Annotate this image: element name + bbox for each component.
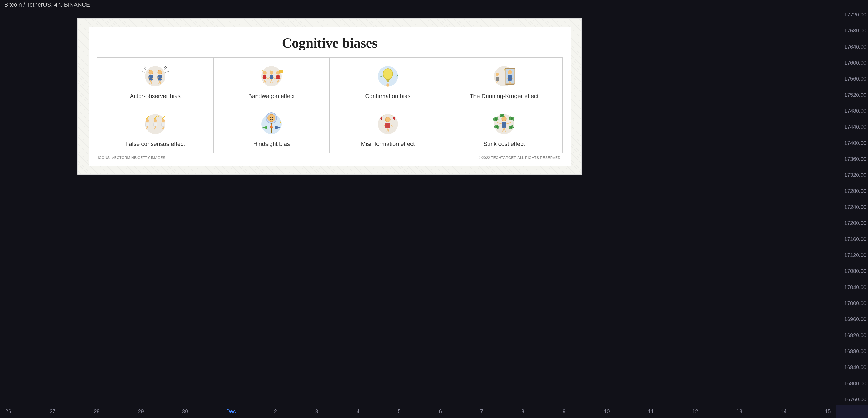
time-labels-row: 2627282930Dec23456789101112131415: [5, 409, 831, 415]
time-label: 4: [356, 409, 360, 415]
price-label: 17480.00: [838, 108, 866, 114]
infographic-title: Cognitive biases: [97, 35, 562, 51]
price-label: 17320.00: [838, 172, 866, 178]
price-label: 17080.00: [838, 268, 866, 274]
price-label: 17280.00: [838, 188, 866, 194]
price-label: 17040.00: [838, 284, 866, 290]
svg-rect-64: [496, 76, 499, 81]
price-label: 17600.00: [838, 60, 866, 66]
time-label: 14: [780, 409, 786, 415]
bias-cell-dunning-kruger: The Dunning-Kruger effect: [446, 57, 562, 105]
svg-rect-21: [263, 75, 267, 79]
bias-icon-bandwagon: [254, 63, 289, 90]
svg-point-125: [510, 127, 512, 128]
price-label: 16880.00: [838, 348, 866, 354]
svg-rect-51: [386, 87, 390, 87]
time-axis: 2627282930Dec23456789101112131415: [0, 405, 836, 418]
svg-point-119: [495, 118, 497, 120]
header-bar: Bitcoin / TetherUS, 4h, BINANCE: [0, 0, 868, 9]
price-label: 16920.00: [838, 332, 866, 339]
svg-line-17: [165, 72, 168, 72]
svg-point-20: [263, 71, 267, 75]
price-label: 17560.00: [838, 76, 866, 82]
bias-label-sunk-cost: Sunk cost effect: [483, 140, 525, 148]
svg-line-15: [144, 66, 147, 68]
time-label: 10: [604, 409, 610, 415]
svg-rect-33: [277, 75, 280, 79]
time-label: 9: [562, 409, 565, 415]
svg-rect-71: [146, 123, 149, 127]
svg-text:✓: ✓: [161, 115, 165, 121]
time-label: 11: [648, 409, 654, 415]
price-label: 17200.00: [838, 220, 866, 226]
infographic-footer: ICONS: VECTORMINE/GETTY IMAGES ©2022 TEC…: [97, 156, 562, 160]
infographic-layout: Cognitive biases: [97, 35, 562, 158]
price-label: 17120.00: [838, 252, 866, 258]
bias-label-misinformation: Misinformation effect: [361, 140, 415, 148]
time-label: 7: [480, 409, 483, 415]
time-label: 3: [315, 409, 318, 415]
time-label: 12: [692, 409, 698, 415]
svg-text:✓: ✓: [153, 115, 157, 121]
svg-point-7: [158, 70, 162, 74]
price-label: 17640.00: [838, 44, 866, 50]
svg-point-63: [496, 73, 499, 76]
svg-rect-110: [394, 117, 395, 119]
bias-icon-sunk-cost: [487, 111, 521, 137]
svg-rect-46: [386, 81, 389, 82]
svg-line-18: [164, 66, 166, 68]
price-label: 17160.00: [838, 236, 866, 243]
time-label: 5: [398, 409, 401, 415]
price-label: 17360.00: [838, 156, 866, 162]
price-label: 16840.00: [838, 364, 866, 371]
svg-text:✓: ✓: [146, 115, 149, 121]
time-label: 2: [274, 409, 277, 415]
svg-rect-35: [279, 70, 283, 72]
bias-cell-confirmation: ✓ ✓ Confirmation bias: [330, 57, 446, 105]
bias-cell-hindsight: Hindsight bias: [214, 105, 330, 153]
svg-point-90: [270, 117, 271, 118]
svg-rect-100: [385, 123, 390, 128]
svg-point-99: [385, 117, 390, 122]
chart-title: Bitcoin / TetherUS, 4h, BINANCE: [4, 1, 90, 8]
price-label: 16760.00: [838, 396, 866, 403]
bias-icon-confirmation: ✓ ✓: [371, 63, 405, 90]
time-label: 30: [182, 409, 188, 415]
svg-point-121: [511, 118, 513, 120]
svg-rect-45: [386, 80, 390, 81]
price-label: 16960.00: [838, 316, 866, 322]
svg-text:✓: ✓: [380, 74, 383, 78]
svg-rect-44: [386, 79, 390, 80]
bias-icon-dunning-kruger: [487, 63, 521, 90]
infographic-inner: Cognitive biases: [89, 27, 571, 166]
time-label: Dec: [226, 409, 236, 415]
bias-label-hindsight: Hindsight bias: [253, 140, 290, 148]
bias-cell-actor-observer: Actor-observer bias: [97, 57, 214, 105]
time-label: 8: [521, 409, 524, 415]
svg-point-1: [149, 70, 153, 74]
price-label: 17720.00: [838, 12, 866, 18]
svg-point-50: [386, 84, 390, 87]
svg-rect-113: [502, 122, 506, 128]
bias-label-bandwagon: Bandwagon effect: [248, 93, 295, 100]
svg-point-89: [268, 114, 275, 122]
svg-point-112: [502, 117, 506, 121]
price-label: 17440.00: [838, 124, 866, 130]
svg-line-14: [142, 72, 146, 72]
price-label: 17680.00: [838, 28, 866, 34]
price-label: 16800.00: [838, 381, 866, 387]
svg-point-91: [272, 117, 273, 118]
svg-point-127: [501, 115, 503, 116]
bias-cell-bandwagon: Bandwagon effect: [214, 57, 330, 105]
svg-rect-27: [270, 75, 273, 79]
bias-cell-sunk-cost: Sunk cost effect: [446, 105, 562, 153]
price-label: 17240.00: [838, 204, 866, 210]
footer-left: ICONS: VECTORMINE/GETTY IMAGES: [98, 156, 165, 160]
bias-label-confirmation: Confirmation bias: [365, 93, 410, 100]
time-label: 15: [825, 409, 831, 415]
svg-rect-79: [162, 123, 165, 127]
infographic-container: Cognitive biases: [77, 18, 582, 175]
bias-icon-hindsight: [254, 111, 289, 137]
bias-cell-false-consensus: ✓ ✓ ✓ False consensus effect: [97, 105, 214, 153]
svg-point-0: [145, 66, 165, 86]
